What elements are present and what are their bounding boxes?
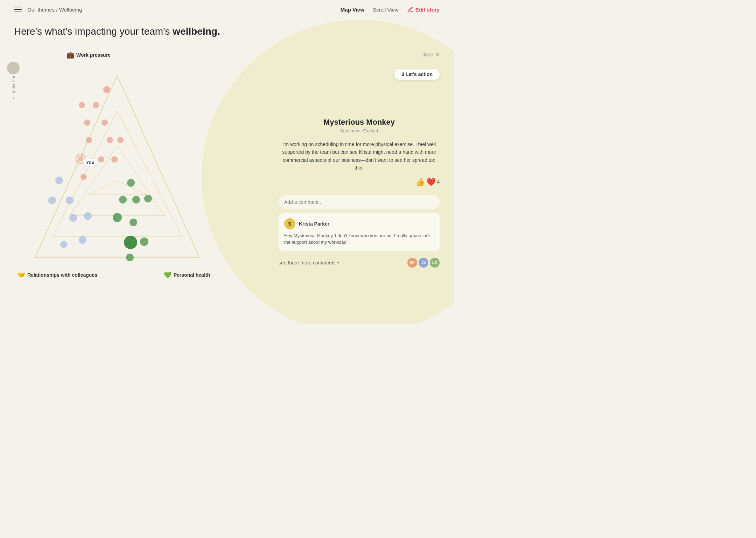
dot-pink-3: [93, 102, 99, 108]
sentiment-value: Excited: [363, 128, 378, 133]
dot-pink-9: [98, 156, 104, 163]
triangle-chart: 💼 Work pressure: [18, 51, 214, 282]
see-more-chevron-icon: ▾: [337, 260, 339, 265]
dot-green-6: [130, 219, 137, 226]
dot-pink-5: [102, 119, 108, 126]
comment-author: Krista Parker: [299, 221, 329, 227]
header-left: Our themes / Wellbeing: [14, 7, 82, 13]
monkey-comment-text: I'm working on scheduling in time for mo…: [279, 140, 440, 172]
personal-health-text: Personal health: [174, 272, 210, 278]
edit-icon: [407, 6, 413, 13]
title-bold: wellbeing.: [173, 26, 220, 37]
dot-green-4: [144, 195, 152, 202]
heart-emoji[interactable]: ❤️: [426, 178, 436, 187]
see-more-text: see three more comments: [279, 260, 336, 265]
svg-marker-3: [88, 181, 147, 195]
comment-area: Mysterious Monkey Sentiment: Excited I'm…: [265, 118, 454, 270]
right-panel: close ✕ 3 Let's action Mysterious Monkey…: [227, 48, 454, 314]
header-right: Map View Scroll View Edit story: [341, 6, 440, 13]
dot-pink-11: [80, 174, 87, 180]
dot-blue-2: [48, 196, 56, 204]
close-icon: ✕: [435, 51, 440, 58]
edit-story-label: Edit story: [415, 7, 440, 13]
avatar-js: JS: [419, 258, 428, 268]
breadcrumb: Our themes / Wellbeing: [27, 7, 82, 13]
comment-input[interactable]: [279, 195, 440, 209]
personal-health-icon: 💚: [164, 271, 172, 279]
thumbs-up-emoji[interactable]: 👍: [415, 178, 425, 187]
dot-blue-6: [79, 236, 86, 244]
avatar-lo: LO: [430, 258, 440, 268]
sentiment: Sentiment: Excited: [279, 128, 440, 133]
dot-green-8: [140, 237, 148, 246]
svg-marker-0: [35, 76, 200, 258]
dot-pink-10: [111, 156, 118, 163]
dot-green-7: [124, 236, 137, 249]
comment-avatar: S: [284, 218, 295, 229]
hamburger-menu[interactable]: [14, 7, 22, 12]
scroll-view-link[interactable]: Scroll View: [373, 7, 399, 13]
triangle-svg: [24, 69, 210, 272]
slide-me-arrow: ›: [13, 95, 14, 101]
heart-count: 4: [437, 179, 440, 185]
main-content: Slide me › 💼 Work pressure: [0, 48, 454, 314]
title-normal: Here's what's impacting your team's: [14, 26, 170, 37]
you-label: You: [83, 159, 97, 166]
comment-item: S Krista Parker Hey Mysterious Monkey, I…: [279, 213, 440, 251]
map-area: Slide me › 💼 Work pressure: [0, 48, 227, 314]
slide-me-text: Slide me: [11, 76, 15, 94]
header: Our themes / Wellbeing Map View Scroll V…: [0, 0, 454, 19]
monkey-name: Mysterious Monkey: [279, 118, 440, 127]
see-more-link[interactable]: see three more comments ▾: [279, 260, 339, 265]
dot-pink-4: [84, 119, 90, 126]
personal-health-label: 💚 Personal health: [164, 271, 210, 279]
dot-pink-2: [79, 102, 85, 108]
dot-green-3: [132, 196, 140, 204]
work-pressure-icon: 💼: [66, 51, 74, 59]
avatar-stack: SP JS LO: [407, 258, 440, 268]
dot-pink-6: [86, 137, 92, 143]
dot-blue-4: [69, 214, 77, 222]
work-pressure-text: Work pressure: [76, 52, 111, 58]
map-view-link[interactable]: Map View: [341, 7, 364, 13]
dot-green-2: [119, 196, 127, 204]
action-badge[interactable]: 3 Let's action: [394, 69, 440, 80]
comment-body: Hey Mysterious Monkey, I don't know who …: [284, 232, 434, 246]
avatar-sp: SP: [407, 258, 417, 268]
dot-green-5: [113, 213, 122, 222]
dot-blue-5: [84, 212, 92, 220]
close-button[interactable]: close ✕: [421, 51, 440, 58]
sentiment-label: Sentiment:: [340, 128, 362, 133]
dot-green-1: [127, 179, 135, 187]
relationships-label: 🤝 Relationships with colleagues: [18, 271, 97, 279]
dot-blue-3: [66, 196, 74, 204]
relationships-text: Relationships with colleagues: [27, 272, 97, 278]
work-pressure-label: 💼 Work pressure: [66, 51, 111, 59]
dot-blue-7: [60, 241, 67, 248]
dot-pink-8: [117, 137, 124, 143]
dot-pink-7: [107, 137, 113, 143]
dot-green-9: [126, 254, 134, 261]
reactions-row: 👍 ❤️ 4: [279, 178, 440, 187]
dot-pink-1: [103, 86, 110, 93]
dot-blue-1: [55, 177, 63, 184]
see-more-row: see three more comments ▾ SP JS LO: [279, 255, 440, 270]
comment-header: S Krista Parker: [284, 218, 434, 229]
close-label: close: [421, 52, 433, 57]
edit-story-button[interactable]: Edit story: [407, 6, 440, 13]
relationships-icon: 🤝: [18, 271, 25, 279]
